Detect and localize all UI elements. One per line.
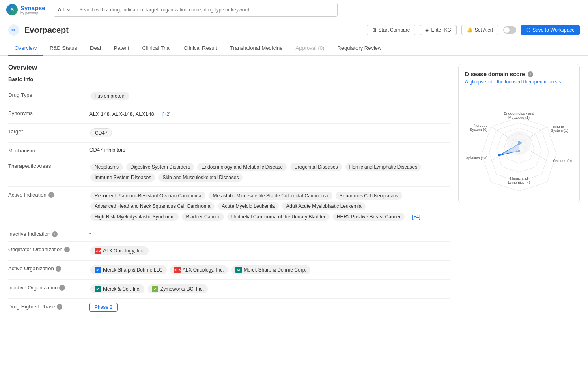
originator-org-info-icon[interactable]: i: [64, 247, 70, 252]
kg-button[interactable]: ◈ Enter KG: [420, 25, 456, 35]
panel-title-text: Disease domain score: [465, 71, 525, 77]
active-org-chip-2[interactable]: M Merck Sharp & Dohme Corp.: [231, 265, 310, 274]
ind-chip-2[interactable]: Squamous Cell Neoplasms: [336, 192, 403, 200]
synonyms-more[interactable]: [+2]: [158, 110, 174, 118]
save-label: Save to Workspace: [532, 27, 575, 33]
zyme-icon: Z: [152, 286, 158, 292]
ta-chip-2[interactable]: Endocrinology and Metabolic Disease: [197, 163, 287, 171]
ta-chip-0[interactable]: Neoplasms: [90, 163, 123, 171]
target-chip[interactable]: CD47: [90, 128, 112, 137]
inactive-indication-row: Inactive Indication i -: [8, 226, 450, 242]
active-org-chip-1[interactable]: ALX ALX Oncology, Inc.: [170, 265, 228, 274]
ind-chip-9[interactable]: HER2 Positive Breast Cancer: [333, 213, 405, 221]
alert-toggle[interactable]: [503, 26, 516, 34]
ind-chip-6[interactable]: High Risk Myelodysplastic Syndrome: [90, 213, 179, 221]
domain-info-icon[interactable]: i: [528, 71, 533, 77]
drug-type-chip: Fusion protein: [90, 92, 129, 100]
active-org-name-2: Merck Sharp & Dohme Corp.: [244, 267, 306, 273]
drug-name: Evorpacept: [24, 26, 362, 35]
alx-icon: ALX: [95, 248, 101, 254]
inactive-indication-info-icon[interactable]: i: [52, 231, 58, 237]
tab-rd-status[interactable]: R&D Status: [43, 41, 84, 56]
logo-text: Synapse: [20, 4, 45, 11]
radar-svg: Endocrinology and Metabolic (1) Immune S…: [466, 91, 572, 197]
tab-overview[interactable]: Overview: [8, 41, 43, 56]
active-org-chip-0[interactable]: M Merck Sharp & Dohme LLC: [90, 265, 167, 274]
ta-chip-5[interactable]: Immune System Diseases: [90, 173, 155, 182]
phase-info-icon[interactable]: i: [57, 304, 62, 310]
active-org-info-icon[interactable]: i: [56, 266, 61, 272]
drug-type-value: Fusion protein: [89, 91, 450, 101]
search-container: All: [54, 3, 338, 17]
inactive-org-chip-0[interactable]: M Merck & Co., Inc.: [90, 284, 144, 293]
active-indication-row: Active Indication i Recurrent Platinum-R…: [8, 187, 450, 226]
active-indication-info-icon[interactable]: i: [48, 192, 54, 198]
svg-text:Neoplasms (13): Neoplasms (13): [466, 156, 487, 160]
ind-chip-1[interactable]: Metastatic Microsatellite Stable Colorec…: [209, 192, 332, 200]
target-row: Target CD47: [8, 124, 450, 143]
tab-approval[interactable]: Approval (0): [289, 41, 331, 56]
tab-translational[interactable]: Translational Medicine: [224, 41, 289, 56]
inactive-org-chip-1[interactable]: Z Zymeworks BC, Inc.: [148, 284, 208, 293]
panel-subtitle: A glimpse into the focused therapeutic a…: [465, 79, 573, 85]
mechanism-row: Mechanism CD47 inhibitors: [8, 143, 450, 158]
tab-patent[interactable]: Patent: [108, 41, 136, 56]
ind-chip-3[interactable]: Advanced Head and Neck Squamous Cell Car…: [90, 202, 215, 210]
save-icon: ⬡: [526, 27, 530, 33]
ta-chip-3[interactable]: Urogenital Diseases: [290, 163, 342, 171]
drug-header: ✏ Evorpacept ⊞ Start Compare ◈ Enter KG …: [0, 19, 588, 41]
active-org-value: M Merck Sharp & Dohme LLC ALX ALX Oncolo…: [89, 265, 450, 275]
merck-icon: M: [95, 267, 101, 273]
synonyms-label: Synonyms: [8, 109, 89, 116]
inactive-org-value: M Merck & Co., Inc. Z Zymeworks BC, Inc.: [89, 284, 450, 294]
inactive-org-row: Inactive Organization i M Merck & Co., I…: [8, 280, 450, 299]
synonyms-row: Synonyms ALX 148, ALX-148, ALX148, [+2]: [8, 105, 450, 124]
alert-button[interactable]: 🔔 Set Alert: [461, 25, 498, 35]
inactive-org-label: Inactive Organization i: [8, 284, 89, 291]
kg-icon: ◈: [425, 27, 429, 33]
synonyms-value: ALX 148, ALX-148, ALX148, [+2]: [89, 109, 450, 119]
drug-highest-phase-label: Drug Highest Phase i: [8, 303, 89, 310]
active-org-row: Active Organization i M Merck Sharp & Do…: [8, 261, 450, 280]
ind-chip-8[interactable]: Urothelial Carcinoma of the Urinary Blad…: [227, 213, 330, 221]
ind-chip-7[interactable]: Bladder Cancer: [182, 213, 224, 221]
therapeutic-areas-value: Neoplasms Digestive System Disorders End…: [89, 162, 450, 182]
panel-title: Disease domain score i: [465, 71, 573, 77]
tab-regulatory-review[interactable]: Regulatory Review: [331, 41, 388, 56]
ta-chip-4[interactable]: Hemic and Lymphatic Diseases: [345, 163, 422, 171]
drug-icon: ✏: [8, 24, 19, 36]
originator-org-value: ALX ALX Oncology, Inc.: [89, 246, 450, 256]
inactive-org-info-icon[interactable]: i: [59, 285, 65, 291]
merck-corp-icon: M: [235, 267, 242, 273]
search-filter-dropdown[interactable]: All: [54, 3, 74, 16]
alert-icon: 🔔: [467, 27, 473, 33]
inactive-org-name-1: Zymeworks BC, Inc.: [160, 286, 204, 292]
ta-chip-1[interactable]: Digestive System Disorders: [126, 163, 194, 171]
tab-clinical-trial[interactable]: Clinical Trial: [136, 41, 177, 56]
search-input[interactable]: [74, 3, 337, 16]
ind-chip-4[interactable]: Acute Myeloid Leukemia: [218, 202, 279, 210]
svg-text:Endocrinology and: Endocrinology and: [504, 111, 534, 115]
merck-co-icon: M: [95, 286, 101, 292]
target-label: Target: [8, 128, 89, 135]
ind-more[interactable]: [+4]: [408, 213, 424, 221]
orig-org-chip-0[interactable]: ALX ALX Oncology, Inc.: [90, 246, 149, 255]
synonyms-text: ALX 148, ALX-148, ALX148,: [89, 111, 155, 117]
inactive-org-name-0: Merck & Co., Inc.: [103, 286, 140, 292]
ta-chip-6[interactable]: Skin and Musculoskeletal Diseases: [158, 173, 243, 182]
tab-bar: Overview R&D Status Deal Patent Clinical…: [0, 41, 588, 56]
svg-text:Immune: Immune: [551, 124, 564, 128]
save-workspace-button[interactable]: ⬡ Save to Workspace: [521, 25, 580, 35]
toggle-knob: [504, 27, 510, 33]
ind-chip-5[interactable]: Adult Acute Myeloblastic Leukemia: [282, 202, 365, 210]
compare-button[interactable]: ⊞ Start Compare: [367, 25, 415, 35]
app-logo: S Synapse by patsnap: [6, 4, 45, 15]
phase-badge[interactable]: Phase 2: [89, 303, 118, 312]
basic-info-title: Basic Info: [8, 76, 450, 82]
svg-point-16: [498, 154, 500, 156]
tab-clinical-result[interactable]: Clinical Result: [177, 41, 224, 56]
drug-highest-phase-row: Drug Highest Phase i Phase 2: [8, 299, 450, 316]
overview-section: Overview Basic Info Drug Type Fusion pro…: [8, 64, 450, 316]
ind-chip-0[interactable]: Recurrent Platinum-Resistant Ovarian Car…: [90, 192, 205, 200]
tab-deal[interactable]: Deal: [84, 41, 108, 56]
